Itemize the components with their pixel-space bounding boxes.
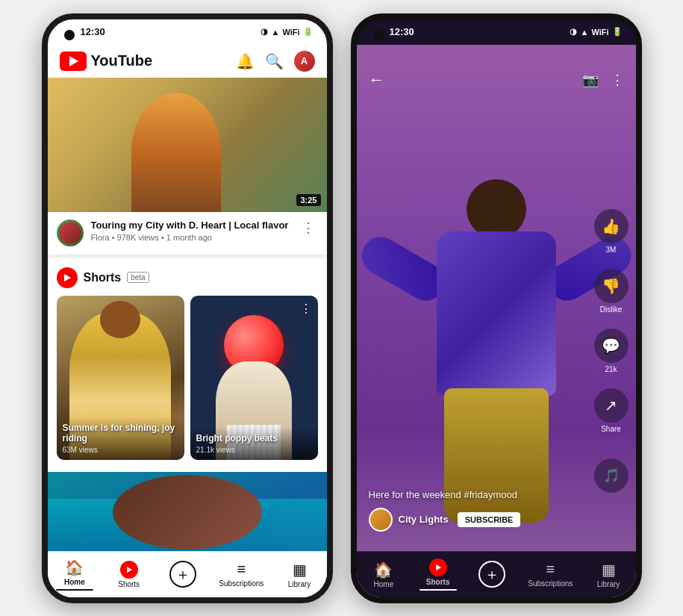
back-button[interactable]: ← bbox=[369, 70, 385, 90]
short-title-2: Bright poppy beats bbox=[196, 433, 312, 444]
short-title-1: Summer is for shining, joy riding bbox=[63, 423, 178, 444]
nav-subscriptions[interactable]: ≡ Subscriptions bbox=[219, 561, 263, 588]
dark-nav-shorts[interactable]: Shorts bbox=[420, 559, 457, 591]
nav-home-label: Home bbox=[64, 578, 85, 586]
subscribe-button[interactable]: SUBSCRIBE bbox=[458, 512, 521, 527]
shorts-beta-badge: beta bbox=[127, 272, 149, 283]
shorts-header-right: 📷 ⋮ bbox=[582, 72, 624, 88]
shorts-grid: Summer is for shining, joy riding 63M vi… bbox=[57, 296, 318, 460]
bottom-nav-2: 🏠 Home Shorts ＋ ≡ Subscriptions ▦ Librar… bbox=[357, 551, 636, 597]
dark-home-icon: 🏠 bbox=[374, 561, 393, 579]
shorts-logo-icon bbox=[57, 267, 78, 288]
dark-nav-shorts-label: Shorts bbox=[426, 578, 450, 586]
home-icon: 🏠 bbox=[65, 559, 84, 576]
dislike-label: Dislike bbox=[600, 305, 622, 314]
person-head bbox=[467, 179, 526, 239]
notification-icon[interactable]: 🔔 bbox=[236, 52, 255, 70]
share-icon: ↗ bbox=[594, 388, 629, 423]
channel-name: Flora bbox=[91, 233, 110, 242]
shorts-title: Shorts bbox=[84, 271, 122, 284]
short-overlay-1: Summer is for shining, joy riding 63M vi… bbox=[57, 417, 184, 460]
comments-button[interactable]: 💬 21k bbox=[594, 329, 629, 373]
nav-library-label: Library bbox=[288, 580, 311, 588]
channel-name-shorts: City Lights bbox=[399, 514, 449, 525]
dark-add-button[interactable]: ＋ bbox=[478, 561, 505, 588]
channel-avatar-inner bbox=[59, 222, 81, 244]
phone1-content: YouTube 🔔 🔍 A 3:25 Touring my Ci bbox=[48, 45, 327, 597]
dark-nav-subs-label: Subscriptions bbox=[528, 579, 573, 588]
subscriptions-icon: ≡ bbox=[237, 561, 246, 578]
user-avatar[interactable]: A bbox=[294, 51, 315, 72]
swimmer-person bbox=[113, 475, 262, 550]
shorts-actions-sidebar: 👍 3M 👎 Dislike 💬 21k ↗ Share bbox=[594, 209, 629, 433]
short-views-1: 63M views bbox=[63, 446, 178, 454]
yt-logo-icon bbox=[60, 52, 87, 71]
like-count: 3M bbox=[606, 246, 617, 254]
person-jacket bbox=[437, 231, 556, 396]
library-icon: ▦ bbox=[293, 561, 307, 579]
bottom-nav-1: 🏠 Home Shorts ＋ ≡ Subscriptions ▦ Librar… bbox=[48, 551, 327, 597]
phone-2-dark: 12:30 ◑ ▲ WiFi 🔋 bbox=[351, 13, 642, 603]
youtube-header: YouTube 🔔 🔍 A bbox=[48, 45, 327, 78]
duration-badge: 3:25 bbox=[296, 194, 320, 206]
status-icons-2: ◑ ▲ WiFi 🔋 bbox=[570, 27, 622, 37]
like-icon: 👍 bbox=[594, 209, 629, 243]
short-more-button-2[interactable]: ⋮ bbox=[300, 302, 312, 316]
channel-avatar-shorts[interactable] bbox=[369, 508, 393, 532]
status-icons-1: ◑ ▲ WiFi 🔋 bbox=[261, 27, 313, 37]
like-button[interactable]: 👍 3M bbox=[594, 209, 629, 254]
time-2: 12:30 bbox=[390, 26, 414, 37]
dark-nav-library-label: Library bbox=[597, 580, 620, 588]
video-title[interactable]: Touring my City with D. Heart | Local fl… bbox=[91, 220, 291, 232]
yt-logo-text: YouTube bbox=[91, 52, 153, 69]
dark-nav-add[interactable]: ＋ bbox=[473, 561, 511, 588]
shorts-nav-icon bbox=[120, 561, 138, 579]
dislike-icon: 👎 bbox=[594, 269, 629, 303]
nav-add[interactable]: ＋ bbox=[164, 561, 202, 588]
channel-avatar[interactable] bbox=[57, 220, 84, 246]
video-age: 1 month ago bbox=[166, 233, 212, 242]
comments-count: 21k bbox=[605, 365, 617, 373]
share-button[interactable]: ↗ Share bbox=[594, 388, 629, 433]
search-icon[interactable]: 🔍 bbox=[265, 52, 284, 70]
view-count: 978K views bbox=[117, 233, 159, 242]
dark-nav-library[interactable]: ▦ Library bbox=[590, 561, 627, 588]
nav-shorts[interactable]: Shorts bbox=[110, 561, 148, 588]
phone-1-light: 12:30 ◑ ▲ WiFi 🔋 YouTube 🔔 🔍 A bbox=[42, 13, 333, 603]
camera-hole-1 bbox=[64, 30, 75, 40]
add-button[interactable]: ＋ bbox=[169, 561, 196, 588]
nav-library[interactable]: ▦ Library bbox=[281, 561, 318, 588]
dark-nav-subs[interactable]: ≡ Subscriptions bbox=[528, 561, 573, 588]
next-video-thumb[interactable] bbox=[48, 472, 327, 551]
channel-row: City Lights SUBSCRIBE bbox=[369, 508, 579, 532]
featured-video-thumb[interactable]: 3:25 bbox=[48, 78, 327, 212]
phone2-content: ← 📷 ⋮ 👍 3M 👎 Dislike 💬 21k ↗ Share bbox=[357, 45, 636, 597]
status-bar-2: 12:30 ◑ ▲ WiFi 🔋 bbox=[357, 19, 636, 45]
short-person-head-1 bbox=[100, 301, 141, 338]
more-options-icon[interactable]: ⋮ bbox=[611, 72, 624, 88]
camera-icon[interactable]: 📷 bbox=[582, 72, 599, 88]
video-more-button[interactable]: ⋮ bbox=[299, 220, 318, 236]
short-overlay-2: Bright poppy beats 21.1k views bbox=[190, 427, 318, 459]
shorts-section: Shorts beta Summer is for shining, joy r… bbox=[48, 258, 327, 466]
nav-subs-label: Subscriptions bbox=[219, 579, 263, 588]
short-card-1[interactable]: Summer is for shining, joy riding 63M vi… bbox=[57, 296, 184, 460]
youtube-logo[interactable]: YouTube bbox=[60, 52, 153, 71]
dark-nav-underline bbox=[420, 589, 457, 591]
nav-shorts-label: Shorts bbox=[118, 580, 140, 588]
shorts-header: Shorts beta bbox=[57, 267, 318, 288]
dark-nav-home[interactable]: 🏠 Home bbox=[365, 561, 402, 588]
nav-home[interactable]: 🏠 Home bbox=[56, 559, 93, 591]
video-meta: Flora • 978K views • 1 month ago bbox=[91, 233, 291, 242]
short-card-2[interactable]: ⋮ Bright poppy beats 21.1k views bbox=[190, 296, 318, 460]
video-info-text: Touring my City with D. Heart | Local fl… bbox=[91, 220, 291, 243]
shorts-bottom-info: Here for the weekend #fridaymood City Li… bbox=[357, 477, 591, 544]
dislike-button[interactable]: 👎 Dislike bbox=[594, 269, 629, 314]
phone1-scroll[interactable]: 3:25 Touring my City with D. Heart | Loc… bbox=[48, 78, 327, 551]
comments-icon: 💬 bbox=[594, 329, 629, 363]
music-disc-icon: 🎵 bbox=[594, 458, 629, 493]
dark-nav-home-label: Home bbox=[374, 580, 394, 588]
status-bar-1: 12:30 ◑ ▲ WiFi 🔋 bbox=[48, 19, 327, 45]
sound-button[interactable]: 🎵 bbox=[594, 458, 629, 493]
short-views-2: 21.1k views bbox=[196, 446, 312, 454]
